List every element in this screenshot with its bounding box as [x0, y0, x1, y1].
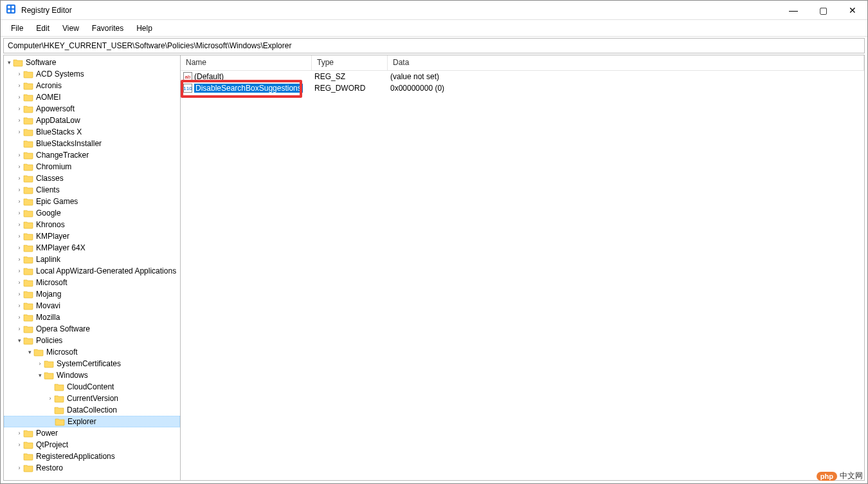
tree-item-label: Mozilla	[36, 313, 60, 322]
tree-pane[interactable]: ▾Software›ACD Systems›Acronis›AOMEI›Apow…	[4, 55, 181, 480]
tree-item[interactable]: ›Laplink	[4, 254, 180, 265]
list-header: Name Type Data	[181, 55, 864, 71]
tree-item[interactable]: ›Classes	[4, 172, 180, 184]
chevron-right-icon[interactable]: ›	[36, 360, 44, 367]
tree-item[interactable]: ›Movavi	[4, 300, 180, 312]
menu-file[interactable]: File	[5, 21, 30, 35]
tree-item[interactable]: ▾Policies	[4, 335, 180, 346]
chevron-right-icon[interactable]: ›	[15, 198, 23, 205]
chevron-right-icon[interactable]: ›	[15, 163, 23, 170]
col-data[interactable]: Data	[388, 55, 864, 70]
tree-item[interactable]: ▾Software	[4, 57, 180, 68]
chevron-right-icon[interactable]: ›	[15, 117, 23, 124]
value-row[interactable]: 110DisableSearchBoxSuggestionsREG_DWORD0…	[181, 82, 864, 94]
chevron-right-icon[interactable]: ›	[15, 94, 23, 100]
tree-item-label: ChangeTracker	[36, 151, 89, 160]
col-type[interactable]: Type	[312, 55, 388, 70]
tree-item[interactable]: ›KMPlayer 64X	[4, 242, 180, 254]
tree-item[interactable]: ›Microsoft	[4, 277, 180, 288]
chevron-right-icon[interactable]: ›	[15, 129, 23, 135]
chevron-right-icon[interactable]: ›	[15, 106, 23, 112]
tree-item-label: Opera Software	[36, 324, 90, 333]
tree-item[interactable]: ›Clients	[4, 184, 180, 196]
tree-item[interactable]: Explorer	[4, 416, 180, 427]
close-button[interactable]: ✕	[838, 1, 867, 20]
chevron-right-icon[interactable]: ›	[15, 430, 23, 436]
chevron-right-icon[interactable]: ›	[15, 291, 23, 297]
chevron-right-icon[interactable]: ›	[15, 71, 23, 77]
chevron-down-icon[interactable]: ▾	[26, 349, 33, 355]
tree-item[interactable]: ›CurrentVersion	[4, 393, 180, 404]
menu-edit[interactable]: Edit	[30, 21, 56, 35]
menu-view[interactable]: View	[56, 21, 86, 35]
chevron-right-icon[interactable]: ›	[15, 279, 23, 286]
tree-item-label: CloudContent	[67, 382, 114, 391]
chevron-right-icon[interactable]: ›	[15, 245, 23, 251]
folder-icon	[13, 58, 23, 67]
menu-help[interactable]: Help	[130, 21, 159, 35]
tree-item[interactable]: ›Local AppWizard-Generated Applications	[4, 265, 180, 277]
tree-item[interactable]: ▾Windows	[4, 369, 180, 381]
value-name-cell: ab(Default)	[181, 72, 312, 81]
tree-item[interactable]: DataCollection	[4, 404, 180, 416]
chevron-right-icon[interactable]: ›	[15, 152, 23, 158]
chevron-right-icon[interactable]: ›	[46, 395, 54, 402]
chevron-right-icon[interactable]: ›	[15, 221, 23, 228]
tree-item[interactable]: ›QtProject	[4, 439, 180, 451]
col-name[interactable]: Name	[181, 55, 312, 70]
chevron-right-icon[interactable]: ›	[15, 302, 23, 309]
chevron-right-icon[interactable]: ›	[15, 268, 23, 274]
tree-item[interactable]: ›AppDataLow	[4, 115, 180, 126]
chevron-down-icon[interactable]: ▾	[5, 59, 13, 66]
tree-item[interactable]: ›Restoro	[4, 462, 180, 474]
tree-item[interactable]: ›AOMEI	[4, 91, 180, 103]
tree-item[interactable]: ›Google	[4, 207, 180, 219]
tree-item[interactable]: ›Mojang	[4, 288, 180, 300]
value-row[interactable]: ab(Default)REG_SZ(value not set)	[181, 71, 864, 82]
chevron-right-icon[interactable]: ›	[15, 256, 23, 263]
menu-favorites[interactable]: Favorites	[86, 21, 130, 35]
chevron-right-icon[interactable]: ›	[15, 442, 23, 448]
folder-icon	[23, 220, 33, 229]
tree-item[interactable]: ›Mozilla	[4, 312, 180, 323]
svg-rect-2	[12, 6, 14, 8]
maximize-button[interactable]: ▢	[808, 1, 838, 20]
chevron-right-icon[interactable]: ›	[15, 314, 23, 321]
tree-item[interactable]: ›ACD Systems	[4, 68, 180, 80]
tree-item-label: Windows	[57, 371, 88, 380]
chevron-right-icon[interactable]: ›	[15, 175, 23, 182]
tree-item[interactable]: ›ChangeTracker	[4, 149, 180, 161]
tree-item[interactable]: ›Khronos	[4, 219, 180, 230]
tree-item[interactable]: ▾Microsoft	[4, 346, 180, 358]
chevron-down-icon[interactable]: ▾	[36, 372, 44, 378]
tree-item[interactable]: RegisteredApplications	[4, 451, 180, 462]
address-bar[interactable]: Computer\HKEY_CURRENT_USER\Software\Poli…	[3, 38, 865, 53]
tree-item-label: QtProject	[36, 440, 68, 449]
tree-item[interactable]: ›KMPlayer	[4, 230, 180, 242]
value-type-cell: REG_DWORD	[312, 84, 388, 93]
chevron-right-icon[interactable]: ›	[15, 210, 23, 216]
tree-item[interactable]: ›Epic Games	[4, 196, 180, 207]
folder-icon	[33, 348, 44, 357]
tree-item[interactable]: ›Opera Software	[4, 323, 180, 335]
list-body: ab(Default)REG_SZ(value not set)110Disab…	[181, 71, 864, 480]
tree-item[interactable]: ›Power	[4, 427, 180, 439]
folder-icon	[23, 290, 33, 299]
tree-item[interactable]: ›SystemCertificates	[4, 358, 180, 369]
minimize-button[interactable]: —	[779, 1, 808, 20]
tree-item[interactable]: ›Apowersoft	[4, 103, 180, 115]
chevron-right-icon[interactable]: ›	[15, 326, 23, 332]
folder-icon	[54, 382, 64, 391]
chevron-right-icon[interactable]: ›	[15, 233, 23, 239]
tree-item[interactable]: CloudContent	[4, 381, 180, 393]
tree-item-label: KMPlayer 64X	[36, 243, 86, 252]
chevron-down-icon[interactable]: ▾	[15, 337, 23, 344]
tree-item[interactable]: ›BlueStacks X	[4, 126, 180, 138]
tree-item[interactable]: ›Chromium	[4, 161, 180, 172]
tree-item[interactable]: BlueStacksInstaller	[4, 138, 180, 149]
folder-icon	[23, 139, 33, 148]
chevron-right-icon[interactable]: ›	[15, 187, 23, 193]
chevron-right-icon[interactable]: ›	[15, 465, 23, 471]
tree-item[interactable]: ›Acronis	[4, 80, 180, 91]
chevron-right-icon[interactable]: ›	[15, 82, 23, 89]
